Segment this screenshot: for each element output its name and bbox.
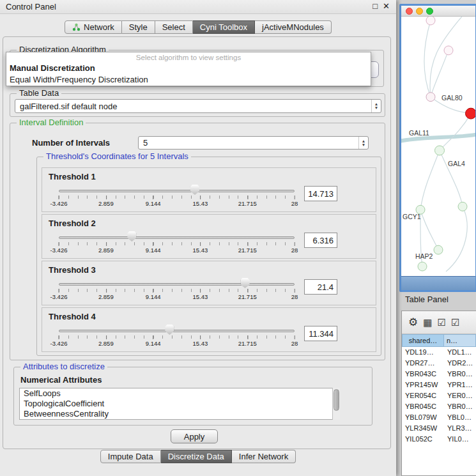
table-data-group: Table Data galFiltered.sif default node … <box>10 93 385 117</box>
network-edges <box>401 17 475 272</box>
tab-style[interactable]: Style <box>122 20 155 34</box>
tab-discretize-data[interactable]: Discretize Data <box>161 450 232 463</box>
threshold-row: Threshold 2-3.4262.8599.14415.4321.71528… <box>42 214 376 259</box>
tick-label: 28 <box>291 293 298 300</box>
attribute-list[interactable]: SelfLoopsTopologicalCoefficientBetweenne… <box>19 388 340 420</box>
table-row[interactable]: YDR27…YDR2… <box>402 358 476 369</box>
slider-track[interactable] <box>59 283 295 286</box>
cell-shared-name: YPR145W <box>402 380 444 390</box>
column-header-shared-name[interactable]: shared… <box>402 334 444 347</box>
tick-label: 21.715 <box>238 293 257 300</box>
tab-cyni-toolbox[interactable]: Cyni Toolbox <box>193 20 255 34</box>
table-row[interactable]: YPR145WYPR1… <box>402 380 476 390</box>
node[interactable] <box>444 46 453 55</box>
table-row[interactable]: YDL19…YDL1… <box>402 347 476 358</box>
table-row[interactable]: YBR045CYBR0… <box>402 401 476 412</box>
float-window-icon[interactable]: □ <box>372 1 378 11</box>
node-label: HAP2 <box>415 253 433 260</box>
slider-thumb[interactable] <box>127 231 136 242</box>
node-gal80[interactable] <box>426 93 435 102</box>
slider-track[interactable] <box>59 330 295 332</box>
node[interactable] <box>458 202 467 211</box>
network-canvas[interactable]: GAL80 GAL11 GAL4 GCY1 HAP2 <box>401 17 475 276</box>
table-data-combo-value: galFiltered.sif default node <box>15 102 371 111</box>
tab-impute-data[interactable]: Impute Data <box>100 450 161 463</box>
columns-icon[interactable]: ▦ <box>423 317 432 328</box>
selected-node[interactable] <box>466 108 476 119</box>
cell-shared-name: YBR045C <box>402 401 444 412</box>
network-window-titlebar[interactable] <box>401 6 475 17</box>
gear-icon[interactable]: ⚙ <box>408 316 418 329</box>
checkbox-icon[interactable]: ☑ <box>437 317 445 328</box>
tick-label: 21.715 <box>238 340 257 347</box>
dropdown-placeholder: Select algorithm to view settings <box>6 52 371 63</box>
tab-label: Impute Data <box>108 452 153 461</box>
minimize-traffic-light-icon[interactable] <box>416 8 423 15</box>
node[interactable] <box>418 262 427 271</box>
number-of-intervals-label: Number of Intervals <box>32 138 110 148</box>
attribute-list-scrollbar[interactable] <box>332 388 340 420</box>
slider-track[interactable] <box>59 190 295 192</box>
threshold-slider[interactable]: -3.4262.8599.14415.4321.71528 <box>59 183 295 209</box>
tick-label: 9.144 <box>146 247 161 254</box>
table-row[interactable]: YBL079WYBL0… <box>402 412 476 423</box>
slider-thumb[interactable] <box>241 278 250 288</box>
table-data-combo[interactable]: galFiltered.sif default node ▲▼ <box>15 99 381 113</box>
attribute-item[interactable]: TopologicalCoefficient <box>20 399 339 409</box>
tick-label: -3.426 <box>50 340 68 347</box>
cell-name: YLR3… <box>444 423 476 434</box>
combo-stepper-icon: ▲▼ <box>371 100 381 112</box>
close-traffic-light-icon[interactable] <box>406 8 413 15</box>
column-header-name[interactable]: n… <box>444 334 476 347</box>
node-gal4[interactable] <box>435 146 445 155</box>
table-header: shared… n… <box>402 334 476 347</box>
threshold-slider[interactable]: -3.4262.8599.14415.4321.71528 <box>59 323 295 349</box>
threshold-label: Threshold 4 <box>42 308 376 322</box>
table-row[interactable]: YER054CYER0… <box>402 390 476 401</box>
threshold-value-box[interactable]: 21.4 <box>304 279 337 295</box>
node[interactable] <box>426 17 435 25</box>
attribute-item[interactable]: BetweennessCentrality <box>20 409 339 419</box>
table-row[interactable]: YIL052CYIL0… <box>402 434 476 445</box>
dropdown-option-manual-discretization[interactable]: Manual Discretization <box>6 63 371 74</box>
slider-track[interactable] <box>59 236 295 239</box>
dropdown-option-equal-width-frequency[interactable]: Equal Width/Frequency Discretization <box>6 74 371 86</box>
tab-label: Cyni Toolbox <box>200 22 247 32</box>
network-window-footer <box>401 276 475 290</box>
tab-select[interactable]: Select <box>155 20 193 34</box>
tab-label: jActiveMNodules <box>262 22 324 32</box>
tab-infer-network[interactable]: Infer Network <box>232 450 296 463</box>
tick-label: 9.144 <box>146 340 161 347</box>
table-row[interactable]: YBR043CYBR0… <box>402 369 476 380</box>
threshold-slider[interactable]: -3.4262.8599.14415.4321.71528 <box>59 230 295 256</box>
zoom-traffic-light-icon[interactable] <box>426 8 433 15</box>
tick-label: 21.715 <box>238 247 257 254</box>
scrollbar-thumb[interactable] <box>334 389 339 411</box>
number-of-intervals-combo[interactable]: 5 ▲▼ <box>138 136 369 150</box>
threshold-value-box[interactable]: 14.713 <box>304 186 337 201</box>
threshold-value-box[interactable]: 6.316 <box>304 233 337 248</box>
threshold-slider[interactable]: -3.4262.8599.14415.4321.71528 <box>59 277 295 302</box>
attribute-item[interactable]: SelfLoops <box>20 388 339 399</box>
control-panel-titlebar[interactable]: Control Panel □ ✕ <box>0 0 396 14</box>
tab-label: Style <box>129 22 148 32</box>
slider-thumb[interactable] <box>190 185 199 195</box>
table-row[interactable]: YLR345WYLR3… <box>402 423 476 434</box>
slider-thumb[interactable] <box>165 325 174 335</box>
node-gcy1[interactable] <box>416 205 425 214</box>
checkbox-icon[interactable]: ☑ <box>451 317 459 328</box>
cell-shared-name: YIL052C <box>402 434 444 445</box>
tab-jactivemnodules[interactable]: jActiveMNodules <box>255 20 332 34</box>
node-label: GCY1 <box>403 213 421 220</box>
cell-name: YBL0… <box>444 412 476 423</box>
close-window-icon[interactable]: ✕ <box>383 1 390 11</box>
threshold-row: Threshold 4-3.4262.8599.14415.4321.71528… <box>42 307 376 352</box>
node-label: GAL11 <box>409 130 429 137</box>
table-toolbar: ⚙▦☑☑ <box>402 311 476 334</box>
tab-network[interactable]: Network <box>65 20 122 34</box>
threshold-value-box[interactable]: 11.344 <box>304 326 337 341</box>
apply-button[interactable]: Apply <box>171 429 218 443</box>
node-hap2[interactable] <box>434 245 443 254</box>
tick-label: 15.43 <box>193 340 208 347</box>
threshold-row: Threshold 3-3.4262.8599.14415.4321.71528… <box>42 261 376 305</box>
